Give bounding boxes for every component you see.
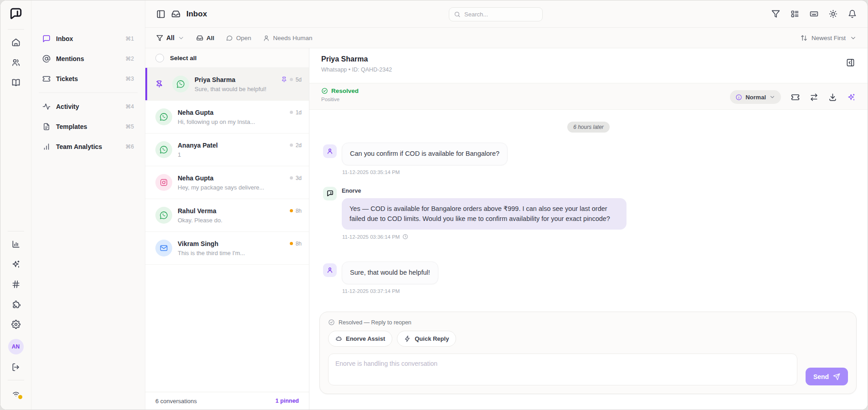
at-sign-icon bbox=[42, 55, 51, 63]
sentiment-label: Positive bbox=[321, 97, 359, 102]
message-timestamp: 11-12-2025 03:37:14 PM bbox=[342, 288, 854, 294]
quick-reply-button[interactable]: Quick Reply bbox=[397, 331, 456, 347]
filter-open[interactable]: Open bbox=[226, 35, 251, 41]
theme-sun-icon[interactable] bbox=[829, 10, 837, 18]
sidebar-item-templates[interactable]: Templates ⌘5 bbox=[38, 117, 139, 137]
conversation-name: Neha Gupta bbox=[178, 174, 290, 182]
filter-channel-all[interactable]: All bbox=[196, 35, 214, 41]
hash-icon[interactable] bbox=[7, 275, 25, 293]
customer-avatar-icon bbox=[323, 144, 337, 158]
filter-needs-human[interactable]: Needs Human bbox=[263, 35, 312, 41]
conversation-time: 8h bbox=[296, 208, 302, 214]
priority-label: Normal bbox=[745, 94, 766, 101]
notifications-bell-icon[interactable] bbox=[848, 10, 857, 18]
conversation-preview: Okay. Please do. bbox=[178, 217, 302, 224]
pinned-count[interactable]: 1 pinned bbox=[276, 398, 299, 404]
filter-bar: All All Open Needs Human Newest First bbox=[145, 28, 868, 48]
enorve-assist-button[interactable]: Enorve Assist bbox=[328, 331, 392, 347]
pinned-icon bbox=[281, 77, 287, 82]
divider bbox=[8, 29, 24, 30]
message-timestamp: 11-12-2025 03:35:14 PM bbox=[342, 169, 854, 175]
sparkles-icon[interactable] bbox=[7, 255, 25, 273]
ai-sparkles-icon[interactable] bbox=[847, 93, 856, 102]
whatsapp-channel-icon bbox=[172, 76, 189, 92]
settings-gear-icon[interactable] bbox=[7, 315, 25, 333]
connection-wifi-icon[interactable] bbox=[7, 384, 25, 402]
clock-icon bbox=[402, 234, 408, 240]
integrations-puzzle-icon[interactable] bbox=[7, 295, 25, 313]
analytics-chart-icon[interactable] bbox=[7, 235, 25, 253]
message-bubble: Can you confirm if COD is available for … bbox=[342, 143, 508, 165]
book-icon[interactable] bbox=[7, 73, 25, 92]
funnel-icon bbox=[156, 35, 163, 41]
whatsapp-channel-icon bbox=[155, 108, 172, 125]
logout-icon[interactable] bbox=[7, 358, 25, 376]
enorve-bot-avatar-icon bbox=[323, 187, 337, 200]
shortcut-badge: ⌘6 bbox=[125, 144, 134, 150]
conversation-name: Neha Gupta bbox=[178, 109, 290, 116]
filter-needs-human-label: Needs Human bbox=[273, 35, 312, 41]
conversation-row[interactable]: Rahul Verma 8h Okay. Please do. bbox=[145, 199, 309, 232]
unread-dot bbox=[290, 242, 293, 245]
conversation-time: 8h bbox=[296, 241, 302, 247]
panel-left-toggle-icon[interactable] bbox=[156, 10, 165, 19]
conversation-row[interactable]: Vikram Singh 8h This is the third time I… bbox=[145, 232, 309, 265]
user-avatar[interactable]: AN bbox=[8, 339, 24, 354]
home-icon[interactable] bbox=[7, 33, 25, 51]
layout-list-icon[interactable] bbox=[791, 10, 799, 18]
select-all-label: Select all bbox=[170, 55, 197, 62]
check-circle-icon bbox=[321, 87, 328, 94]
panel-right-toggle-icon[interactable] bbox=[846, 58, 855, 67]
keyboard-icon[interactable] bbox=[810, 10, 818, 18]
conversation-preview: Hey, my package says delivere... bbox=[178, 184, 302, 191]
conversation-preview: Hi, following up on my Insta... bbox=[178, 118, 302, 125]
chevron-down-icon bbox=[178, 35, 185, 41]
filter-funnel-icon[interactable] bbox=[771, 10, 780, 18]
conversation-time: 1d bbox=[296, 109, 302, 116]
sidebar-item-team-analytics[interactable]: Team Analytics ⌘6 bbox=[38, 137, 139, 157]
conversation-preview: Sure, that would be helpful! bbox=[195, 86, 302, 92]
inbox-icon bbox=[171, 10, 180, 19]
message-bubble: Yes — COD is available for Bangalore ord… bbox=[342, 198, 627, 230]
download-icon[interactable] bbox=[828, 93, 837, 102]
reply-composer: Resolved — Reply to reopen Enorve Assist… bbox=[319, 312, 857, 394]
select-all-checkbox[interactable] bbox=[155, 54, 164, 62]
divider bbox=[39, 92, 138, 93]
sort-dropdown[interactable]: Newest First bbox=[801, 35, 857, 41]
conversation-row[interactable]: Neha Gupta 1d Hi, following up on my Ins… bbox=[145, 101, 309, 133]
time-divider-label: 6 hours later bbox=[567, 122, 610, 133]
create-ticket-icon[interactable] bbox=[791, 93, 800, 102]
conversation-time: 2d bbox=[296, 142, 302, 149]
unpin-icon[interactable] bbox=[155, 80, 163, 88]
whatsapp-channel-icon bbox=[155, 207, 172, 224]
search-box[interactable] bbox=[449, 7, 543, 21]
status-dot bbox=[290, 111, 293, 114]
search-input[interactable] bbox=[464, 11, 538, 18]
inbox-icon bbox=[196, 35, 203, 41]
icon-rail: AN bbox=[0, 0, 31, 410]
sidebar-item-tickets[interactable]: Tickets ⌘3 bbox=[38, 69, 139, 89]
sidebar-item-activity[interactable]: Activity ⌘4 bbox=[38, 97, 139, 117]
sidebar-item-inbox[interactable]: Inbox ⌘1 bbox=[38, 29, 139, 49]
shortcut-badge: ⌘5 bbox=[125, 123, 134, 130]
priority-dropdown[interactable]: Normal bbox=[730, 90, 781, 104]
filter-all-label: All bbox=[166, 34, 175, 41]
reply-input[interactable] bbox=[328, 354, 797, 385]
conversation-name: Rahul Verma bbox=[178, 207, 290, 215]
conversation-row[interactable]: Priya Sharma 5d Sure, that would be help… bbox=[145, 68, 309, 101]
shortcut-badge: ⌘3 bbox=[125, 76, 134, 82]
sidebar-item-mentions[interactable]: Mentions ⌘2 bbox=[38, 49, 139, 69]
search-icon bbox=[454, 11, 461, 18]
main-area: Inbox All All bbox=[145, 0, 868, 410]
bar-chart-icon bbox=[42, 143, 51, 151]
conversation-row[interactable]: Neha Gupta 3d Hey, my package says deliv… bbox=[145, 166, 309, 199]
transfer-icon[interactable] bbox=[810, 93, 818, 102]
conversation-row[interactable]: Ananya Patel 2d 1 bbox=[145, 133, 309, 166]
page-title: Inbox bbox=[186, 10, 207, 19]
chevron-down-icon bbox=[769, 94, 776, 100]
bot-icon bbox=[335, 335, 342, 342]
users-icon[interactable] bbox=[7, 53, 25, 72]
filter-all-dropdown[interactable]: All bbox=[156, 34, 185, 41]
send-button[interactable]: Send bbox=[806, 368, 848, 385]
list-footer: 6 conversations 1 pinned bbox=[145, 392, 309, 410]
